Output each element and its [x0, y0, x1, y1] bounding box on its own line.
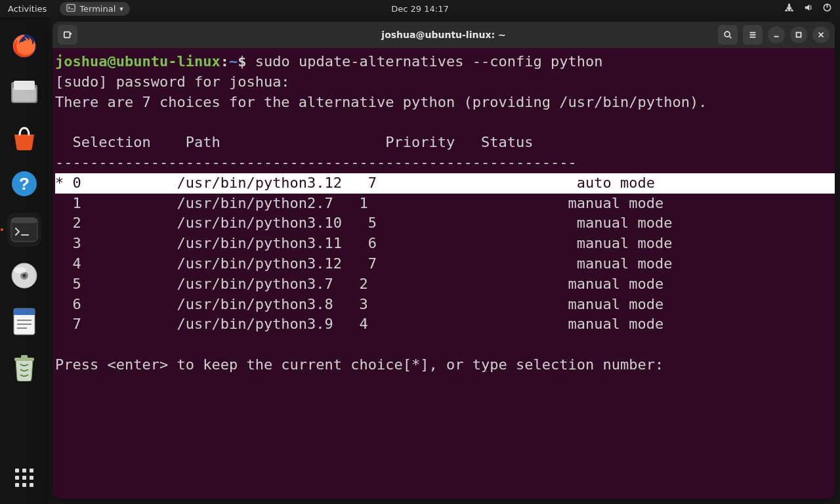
dock-trash[interactable]: [7, 350, 41, 385]
volume-icon[interactable]: [803, 3, 813, 14]
search-button[interactable]: [718, 25, 738, 45]
show-applications[interactable]: [7, 461, 41, 495]
close-button[interactable]: [812, 26, 830, 43]
clock[interactable]: Dec 29 14:17: [391, 4, 448, 14]
svg-point-31: [724, 32, 730, 37]
window-titlebar[interactable]: joshua@ubuntu-linux: ~: [52, 22, 835, 48]
svg-rect-22: [14, 308, 35, 315]
svg-text:?: ?: [19, 174, 30, 194]
dock-files[interactable]: [7, 75, 41, 109]
minimize-button[interactable]: [768, 26, 785, 43]
terminal-viewport[interactable]: joshua@ubuntu-linux:~$ sudo update-alter…: [52, 48, 835, 499]
svg-rect-10: [14, 81, 35, 90]
svg-point-19: [23, 274, 26, 278]
hamburger-menu-button[interactable]: [743, 25, 763, 45]
dock-terminal[interactable]: [7, 213, 41, 247]
dock-firefox[interactable]: [7, 29, 41, 63]
svg-rect-14: [11, 218, 37, 223]
svg-line-32: [730, 37, 732, 39]
svg-point-20: [14, 267, 26, 274]
apps-grid-icon: [15, 469, 33, 487]
new-tab-button[interactable]: [58, 25, 77, 45]
chevron-down-icon: ▾: [119, 5, 123, 13]
dock-disc[interactable]: [7, 259, 41, 293]
window-title: joshua@ubuntu-linux: ~: [381, 30, 505, 40]
network-icon[interactable]: [784, 3, 794, 14]
dock-help[interactable]: ?: [7, 167, 41, 201]
dock-software[interactable]: [7, 121, 41, 155]
gnome-top-panel: Activities Terminal ▾ Dec 29 14:17: [0, 0, 840, 17]
dock: ?: [0, 17, 49, 504]
svg-rect-27: [21, 355, 28, 358]
terminal-window: joshua@ubuntu-linux: ~ joshua@ubuntu-lin…: [52, 22, 835, 499]
app-indicator-label: Terminal: [79, 4, 116, 14]
svg-rect-0: [67, 4, 75, 11]
dock-text-editor[interactable]: [7, 304, 41, 339]
power-icon[interactable]: [822, 3, 832, 14]
app-indicator[interactable]: Terminal ▾: [60, 2, 129, 16]
activities-button[interactable]: Activities: [8, 4, 47, 14]
svg-rect-28: [64, 32, 70, 38]
maximize-button[interactable]: [790, 26, 807, 43]
svg-rect-37: [797, 33, 801, 37]
terminal-icon: [66, 3, 75, 14]
